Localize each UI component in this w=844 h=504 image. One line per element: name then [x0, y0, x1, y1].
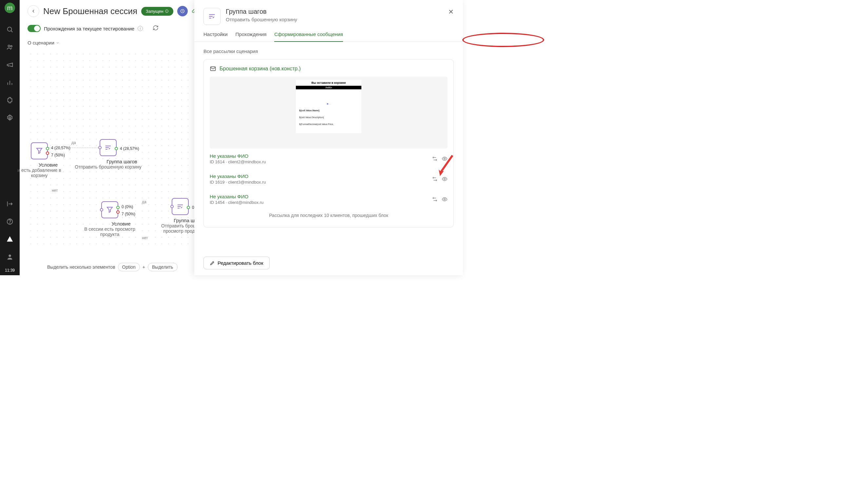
info-icon[interactable]: i — [138, 26, 143, 31]
client-meta: ID 1614 · client2@mindbox.ru — [210, 159, 428, 164]
clock-time: 11:39 — [5, 268, 15, 275]
edge-label-no: нет — [50, 188, 59, 193]
select-key: Выделить — [148, 263, 177, 271]
client-row: Не указаны ФИО ID 1619 · client3@mindbox… — [210, 169, 448, 189]
eye-icon[interactable] — [442, 176, 448, 182]
edge-label-no: нет — [141, 236, 149, 240]
search-icon[interactable] — [3, 23, 16, 36]
steps-node-1[interactable]: 4 (28,57%) — [100, 139, 117, 156]
panel-footer: Редактировать блок — [194, 251, 463, 275]
node-title: Условие — [101, 221, 141, 227]
svg-point-26 — [444, 178, 446, 180]
panel-header: Группа шагов Отправить брошенную корзину… — [194, 0, 463, 25]
edit-block-button[interactable]: Редактировать блок — [204, 256, 270, 269]
tab-settings[interactable]: Настройки — [204, 32, 228, 41]
profile-icon[interactable] — [3, 250, 16, 264]
tab-passings[interactable]: Прохождения — [236, 32, 267, 41]
node-subtitle: В сессии есть просмотр продукта — [79, 227, 141, 237]
runtime-badge[interactable] — [177, 6, 188, 16]
page-title: New Брошенная сессия — [43, 6, 137, 16]
testing-toggle[interactable] — [28, 25, 41, 32]
eye-icon[interactable] — [442, 196, 448, 202]
logo[interactable]: m — [4, 3, 15, 13]
condition-node-1[interactable]: 4 (28,57%) 7 (50%) — [31, 142, 48, 159]
campaign-icon[interactable] — [3, 58, 16, 71]
plus: + — [142, 265, 145, 270]
client-meta: ID 1454 · client@mindbox.ru — [210, 200, 428, 205]
client-name[interactable]: Не указаны ФИО — [210, 194, 428, 199]
client-meta: ID 1619 · client3@mindbox.ru — [210, 180, 428, 184]
warning-icon[interactable] — [3, 233, 16, 246]
highlight-annotation — [462, 33, 544, 47]
svg-point-13 — [167, 12, 167, 12]
settings-icon[interactable] — [3, 111, 16, 124]
sidebar-nav: m 11:39 — [0, 0, 20, 275]
panel-title: Группа шагов — [226, 8, 454, 15]
svg-point-10 — [8, 255, 11, 257]
svg-point-25 — [444, 158, 446, 160]
panel-icon — [204, 8, 221, 25]
exit-icon[interactable] — [3, 197, 16, 211]
email-preview: Вы оставили в корзине Лейбл ▣ ... ${cell… — [210, 76, 448, 148]
section-label: Все рассылки сценария — [204, 49, 454, 54]
campaign-link[interactable]: Брошенная корзина (нов.констр.) — [220, 66, 301, 72]
edge-label-yes: да — [70, 140, 77, 145]
svg-point-7 — [9, 117, 11, 119]
side-panel: Группа шагов Отправить брошенную корзину… — [194, 0, 463, 275]
footer-note: Рассылка для последних 10 клиентов, прош… — [210, 210, 448, 221]
client-row: Не указаны ФИО ID 1454 · client@mindbox.… — [210, 189, 448, 210]
main-content: New Брошенная сессия Запущен 21. Прохожд… — [20, 0, 463, 275]
svg-point-27 — [444, 199, 446, 200]
integrations-icon[interactable] — [3, 94, 16, 107]
client-row: Не указаны ФИО ID 1614 · client2@mindbox… — [210, 148, 448, 169]
edge-label-yes: да — [141, 200, 148, 204]
panel-body: Все рассылки сценария Брошенная корзина … — [194, 42, 463, 251]
tab-messages[interactable]: Сформированные сообщения — [274, 32, 343, 41]
help-icon[interactable] — [3, 215, 16, 228]
swap-icon[interactable] — [432, 156, 438, 162]
footer-label: Выделить несколько элементов — [47, 265, 115, 270]
panel-tabs: Настройки Прохождения Сформированные соо… — [194, 25, 463, 42]
svg-line-1 — [11, 31, 13, 32]
refresh-icon[interactable] — [153, 25, 159, 32]
node-subtitle: Отправить брошенную корзину — [72, 164, 144, 169]
steps-node-2[interactable]: 0 — [172, 198, 189, 215]
svg-point-2 — [8, 45, 10, 47]
back-button[interactable] — [28, 5, 39, 17]
campaign-card: Брошенная корзина (нов.констр.) Вы остав… — [204, 59, 454, 228]
svg-point-0 — [7, 27, 12, 32]
toggle-label: Прохождения за текущее тестирование — [44, 26, 134, 32]
mail-icon — [210, 66, 216, 72]
client-name[interactable]: Не указаны ФИО — [210, 174, 428, 179]
users-icon[interactable] — [3, 40, 16, 54]
panel-subtitle: Отправить брошенную корзину — [226, 17, 454, 22]
analytics-icon[interactable] — [3, 76, 16, 89]
node-title: Условие — [31, 162, 66, 167]
svg-point-9 — [10, 223, 10, 223]
option-key: Option — [118, 263, 140, 271]
client-name[interactable]: Не указаны ФИО — [210, 153, 428, 159]
node-subtitle: и есть добавление в корзину — [13, 167, 66, 178]
svg-point-3 — [11, 46, 12, 47]
close-icon[interactable]: ✕ — [448, 8, 454, 16]
node-title: Группа шагов — [100, 159, 144, 164]
swap-icon[interactable] — [432, 176, 438, 182]
swap-icon[interactable] — [432, 196, 438, 202]
condition-node-2[interactable]: 0 (0%) 7 (50%) — [101, 201, 118, 218]
eye-icon[interactable] — [442, 156, 448, 162]
status-badge: Запущен — [141, 7, 173, 16]
